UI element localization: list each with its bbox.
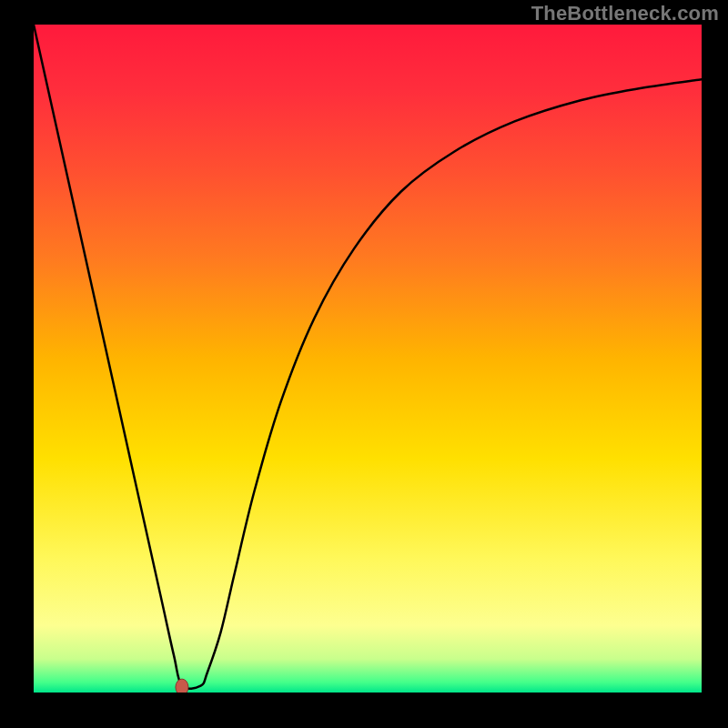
plot-area (28, 25, 702, 698)
optimum-marker (176, 679, 188, 693)
chart-svg (34, 25, 702, 693)
gradient-background (34, 25, 702, 693)
chart-container: TheBottleneck.com (0, 0, 728, 728)
watermark-label: TheBottleneck.com (531, 2, 719, 25)
